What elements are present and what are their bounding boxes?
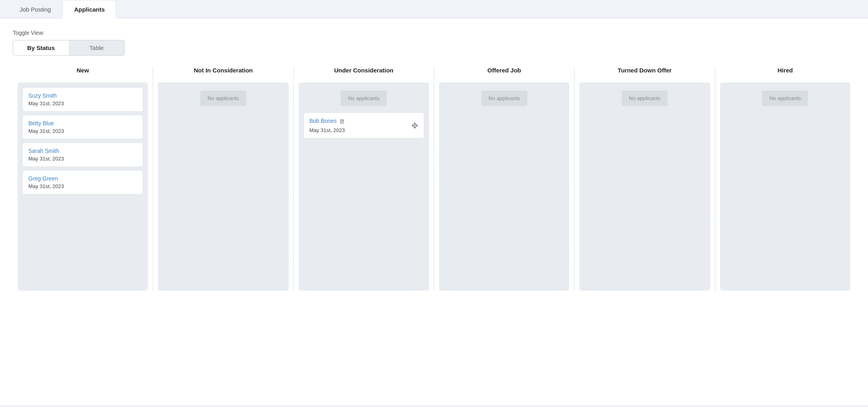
list-item-bob-bones[interactable]: Bob Bones 🖹 May 31st, 2023 ✥	[303, 112, 424, 138]
column-header-under-consideration: Under Consideration	[299, 67, 429, 79]
kanban-board: New Suzy Smith May 31st, 2023 Betty Blue…	[13, 67, 855, 291]
tab-applicants[interactable]: Applicants	[62, 0, 116, 18]
toggle-view-label: Toggle View:	[13, 30, 855, 36]
list-item[interactable]: Betty Blue May 31st, 2023	[22, 115, 143, 139]
column-body-turned-down-offer: No applicants	[579, 82, 710, 291]
column-body-not-in-consideration: No applicants	[158, 82, 288, 291]
column-offered-job: Offered Job No applicants	[434, 67, 575, 291]
empty-state-not-in-consideration: No applicants	[200, 90, 246, 106]
list-item[interactable]: Sarah Smith May 31st, 2023	[22, 142, 143, 167]
column-under-consideration: Under Consideration No applicants Bob Bo…	[294, 67, 434, 291]
drag-handle-icon[interactable]: ✥	[411, 121, 418, 130]
column-body-new: Suzy Smith May 31st, 2023 Betty Blue May…	[18, 82, 148, 291]
column-header-turned-down-offer: Turned Down Offer	[579, 67, 710, 79]
bob-bones-name: Bob Bones	[309, 118, 337, 124]
toggle-table[interactable]: Table	[69, 40, 124, 55]
main-content: Toggle View: By Status Table New Suzy Sm…	[0, 18, 868, 405]
column-new: New Suzy Smith May 31st, 2023 Betty Blue…	[13, 67, 153, 291]
empty-state-turned-down-offer: No applicants	[622, 90, 668, 106]
column-body-under-consideration: No applicants Bob Bones 🖹 May 31st, 2023…	[299, 82, 429, 291]
column-body-offered-job: No applicants	[439, 82, 569, 291]
empty-state-hired: No applicants	[762, 90, 808, 106]
column-hired: Hired No applicants	[715, 67, 855, 291]
column-turned-down-offer: Turned Down Offer No applicants	[575, 67, 715, 291]
column-header-new: New	[18, 67, 148, 79]
toggle-by-status[interactable]: By Status	[13, 40, 69, 55]
column-body-hired: No applicants	[720, 82, 850, 291]
empty-state-offered-job: No applicants	[481, 90, 527, 106]
column-header-hired: Hired	[720, 67, 850, 79]
tabs-bar: Job Posting Applicants	[0, 0, 868, 18]
tab-job-posting[interactable]: Job Posting	[8, 0, 62, 18]
column-header-offered-job: Offered Job	[439, 67, 569, 79]
list-item[interactable]: Suzy Smith May 31st, 2023	[22, 87, 143, 112]
bob-bones-date: May 31st, 2023	[309, 127, 345, 133]
document-icon: 🖹	[339, 118, 345, 125]
list-item[interactable]: Greg Green May 31st, 2023	[22, 170, 143, 194]
page-wrapper: Job Posting Applicants Toggle View: By S…	[0, 0, 868, 407]
column-not-in-consideration: Not In Consideration No applicants	[153, 67, 293, 291]
empty-state-under-consideration: No applicants	[341, 90, 387, 106]
toggle-view-buttons: By Status Table	[13, 40, 125, 56]
column-header-not-in-consideration: Not In Consideration	[158, 67, 288, 79]
